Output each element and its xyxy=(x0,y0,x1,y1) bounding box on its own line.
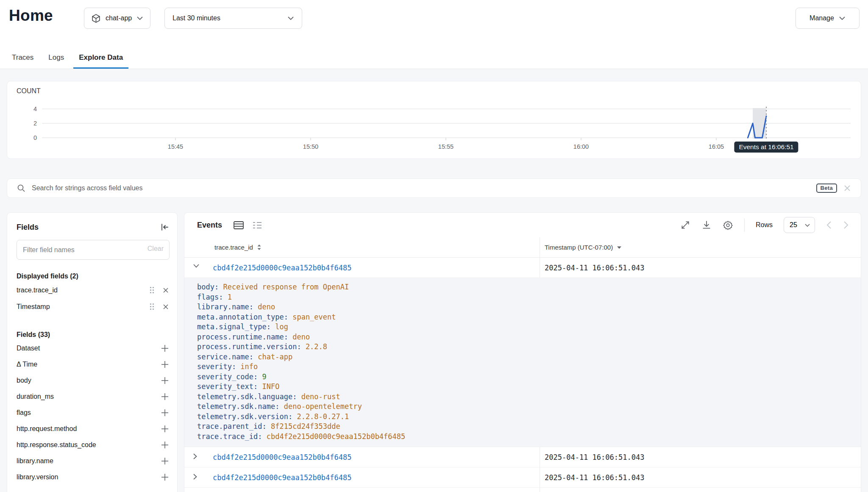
search-close-button[interactable] xyxy=(843,184,851,192)
row-expand-chevron[interactable] xyxy=(193,473,201,482)
attribute-value: 2.2.8 xyxy=(306,342,327,351)
field-row: Dataset xyxy=(17,340,170,356)
field-row: duration_ms xyxy=(17,389,170,405)
search-bar: Beta xyxy=(7,178,861,198)
tab-explore-data[interactable]: Explore Data xyxy=(73,48,128,69)
row-expand-chevron[interactable] xyxy=(193,453,201,461)
attribute-value: deno-rust xyxy=(301,392,340,401)
events-table-body: cbd4f2e215d0000c9eaa152b0b4f6485 2025-04… xyxy=(184,258,861,492)
attribute-key: meta.annotation_type: xyxy=(197,313,292,321)
attribute-key: service.name: xyxy=(197,353,258,361)
field-name: duration_ms xyxy=(17,393,160,400)
page: Home chat-app Last 30 minutes Manage Tra… xyxy=(0,0,868,492)
attribute-value: 9 xyxy=(262,372,267,381)
svg-text:0: 0 xyxy=(33,134,37,141)
sort-icon[interactable] xyxy=(256,244,262,251)
table-row[interactable]: cbd4f2e215d0000c9eaa152b0b4f6485 2025-04… xyxy=(184,258,861,278)
attribute-value: log xyxy=(275,322,288,331)
displayed-fields-list: trace.trace_id Timestamp xyxy=(17,282,170,315)
add-field-icon[interactable] xyxy=(160,392,170,401)
add-field-icon[interactable] xyxy=(160,360,170,369)
timestamp-value: 2025-04-11 16:06:51.043 xyxy=(545,473,644,482)
prev-page-icon[interactable] xyxy=(826,221,832,229)
column-header-trace-id[interactable]: trace.trace_id xyxy=(214,244,253,251)
tab-logs[interactable]: Logs xyxy=(43,48,70,69)
event-attribute-line: trace.trace_id: cbd4f2e215d0000c9eaa152b… xyxy=(197,432,852,442)
manage-label: Manage xyxy=(810,14,834,22)
dataset-selector[interactable]: chat-app xyxy=(84,8,150,29)
trace-id-link[interactable]: cbd4f2e215d0000c9eaa152b0b4f6485 xyxy=(213,453,352,461)
attribute-key: trace.trace_id: xyxy=(197,432,267,441)
event-attribute-line: library.name: deno xyxy=(197,302,852,312)
attribute-key: meta.signal_type: xyxy=(197,322,275,331)
add-field-icon[interactable] xyxy=(160,473,170,482)
add-field-icon[interactable] xyxy=(160,344,170,353)
download-icon[interactable] xyxy=(701,220,712,230)
add-field-icon[interactable] xyxy=(160,376,170,385)
settings-gear-icon[interactable] xyxy=(723,220,733,231)
attribute-key: trace.parent_id: xyxy=(197,422,271,431)
remove-field-icon[interactable] xyxy=(162,286,170,294)
column-header-timestamp[interactable]: Timestamp (UTC-07:00) xyxy=(545,244,613,251)
next-page-icon[interactable] xyxy=(843,221,849,229)
time-range-selector[interactable]: Last 30 minutes xyxy=(164,8,302,29)
sort-desc-icon[interactable] xyxy=(617,246,622,249)
table-row[interactable]: cbd4f2e215d0000c9eaa152b0b4f6485 2025-04… xyxy=(184,488,861,492)
manage-button[interactable]: Manage xyxy=(796,8,860,29)
table-row[interactable]: cbd4f2e215d0000c9eaa152b0b4f6485 2025-04… xyxy=(184,467,861,488)
drag-handle-icon[interactable] xyxy=(149,286,155,295)
fields-sidebar: Fields Clear Displayed fields (2) trace.… xyxy=(7,212,178,492)
event-attribute-line: severity_text: INFO xyxy=(197,382,852,392)
collapse-sidebar-icon[interactable] xyxy=(159,222,170,232)
add-field-icon[interactable] xyxy=(160,424,170,434)
attribute-value: info xyxy=(240,362,258,371)
row-expand-chevron[interactable] xyxy=(193,264,201,272)
add-field-icon[interactable] xyxy=(160,408,170,417)
attribute-key: severity_code: xyxy=(197,372,262,381)
event-attribute-line: body: Received response from OpenAI xyxy=(197,282,852,292)
trace-id-link[interactable]: cbd4f2e215d0000c9eaa152b0b4f6485 xyxy=(213,473,352,482)
table-view-icon[interactable] xyxy=(233,220,244,230)
chevron-down-icon xyxy=(193,264,200,268)
add-field-icon[interactable] xyxy=(160,440,170,450)
svg-text:16:05: 16:05 xyxy=(709,143,724,150)
attribute-value: 8f215cd24f353dde xyxy=(271,422,340,431)
tab-traces[interactable]: Traces xyxy=(6,48,39,69)
clear-filter-button[interactable]: Clear xyxy=(147,245,164,253)
event-attribute-line: process.runtime.name: deno xyxy=(197,332,852,342)
remove-field-icon[interactable] xyxy=(162,303,170,311)
count-chart-panel: COUNT 02415:4515:5015:5516:0016:05 Event… xyxy=(7,81,861,159)
count-chart-plot[interactable]: 02415:4515:5015:5516:0016:05 xyxy=(7,81,861,158)
add-field-icon[interactable] xyxy=(160,456,170,466)
rows-per-page-select[interactable]: 25 xyxy=(784,217,815,233)
svg-text:15:55: 15:55 xyxy=(438,143,453,150)
chevron-down-icon xyxy=(287,16,294,20)
field-filter-input[interactable] xyxy=(17,240,170,260)
field-row: library.version xyxy=(17,469,170,485)
event-attribute-line: meta.annotation_type: span_event xyxy=(197,312,852,322)
attribute-key: process.runtime.name: xyxy=(197,333,292,341)
events-title: Events xyxy=(197,221,222,230)
attribute-value: deno-opentelemetry xyxy=(284,402,362,411)
table-row[interactable]: cbd4f2e215d0000c9eaa152b0b4f6485 2025-04… xyxy=(184,447,861,467)
field-name: Dataset xyxy=(17,345,160,352)
attribute-key: flags: xyxy=(197,293,228,301)
tab-bar: Traces Logs Explore Data xyxy=(0,48,868,69)
field-name: http.response.status_code xyxy=(17,441,160,449)
rows-label: Rows xyxy=(756,221,773,229)
chevron-right-icon xyxy=(193,453,198,460)
field-row: Δ Time xyxy=(17,356,170,372)
chevron-right-icon xyxy=(193,473,198,480)
field-name: library.name xyxy=(17,457,160,465)
field-name: body xyxy=(17,377,160,384)
expand-icon[interactable] xyxy=(680,220,690,230)
field-row: http.response.status_code xyxy=(17,437,170,453)
list-view-icon[interactable] xyxy=(252,220,263,230)
search-input[interactable] xyxy=(32,184,810,192)
trace-id-link[interactable]: cbd4f2e215d0000c9eaa152b0b4f6485 xyxy=(213,264,352,272)
attribute-value: Received response from OpenAI xyxy=(223,283,349,291)
event-attribute-line: process.runtime.version: 2.2.8 xyxy=(197,342,852,352)
dataset-cube-icon xyxy=(91,14,101,23)
drag-handle-icon[interactable] xyxy=(149,302,155,311)
event-detail-block: body: Received response from OpenAI flag… xyxy=(184,278,861,447)
